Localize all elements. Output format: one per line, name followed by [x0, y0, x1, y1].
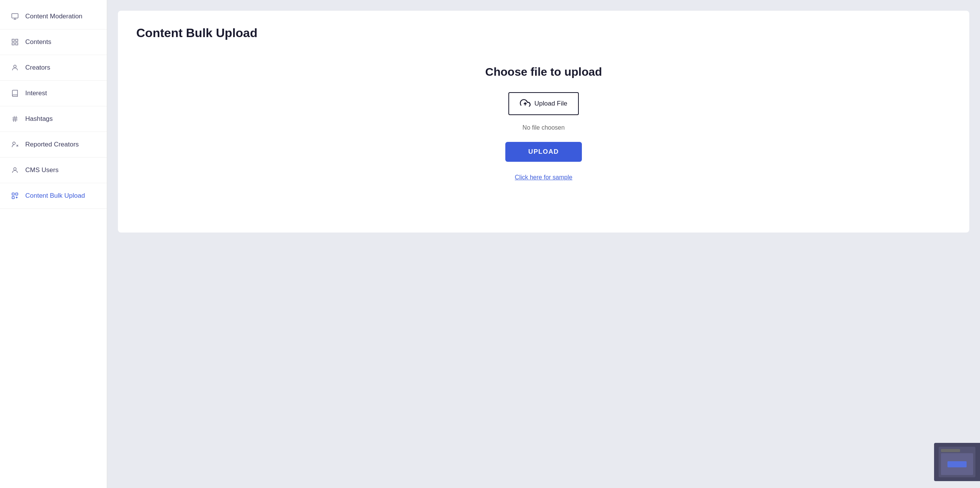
sidebar-item-creators[interactable]: Creators [0, 55, 107, 81]
svg-rect-4 [16, 43, 18, 45]
cloud-upload-icon [520, 98, 531, 109]
book-icon [11, 89, 19, 98]
svg-rect-3 [12, 43, 15, 45]
sidebar-item-content-moderation[interactable]: Content Moderation [0, 4, 107, 29]
upload-button[interactable]: UPLOAD [505, 142, 582, 162]
sidebar-label-content-moderation: Content Moderation [25, 13, 82, 20]
hash-icon [11, 115, 19, 123]
svg-rect-2 [16, 39, 18, 42]
tv-icon [11, 12, 19, 21]
svg-point-13 [14, 168, 16, 170]
sidebar-item-cms-users[interactable]: CMS Users [0, 158, 107, 183]
sample-link-label: Click here for sample [515, 174, 572, 181]
svg-point-10 [13, 142, 15, 145]
content-card: Content Bulk Upload Choose file to uploa… [118, 11, 969, 233]
sidebar: Content Moderation Contents Creators Int… [0, 0, 107, 488]
svg-point-5 [14, 65, 16, 68]
upload-button-label: UPLOAD [528, 148, 559, 155]
sidebar-label-hashtags: Hashtags [25, 115, 53, 123]
no-file-text: No file choosen [523, 124, 565, 131]
page-title: Content Bulk Upload [136, 26, 951, 40]
svg-rect-15 [16, 193, 18, 195]
main-content: Content Bulk Upload Choose file to uploa… [107, 0, 980, 488]
svg-rect-1 [12, 39, 15, 42]
svg-rect-0 [12, 14, 18, 18]
thumbnail-preview [934, 443, 980, 481]
sidebar-label-cms-users: CMS Users [25, 166, 59, 174]
upload-file-label: Upload File [534, 100, 567, 107]
person-x-icon [11, 140, 19, 149]
sidebar-label-content-bulk-upload: Content Bulk Upload [25, 192, 85, 200]
sidebar-label-interest: Interest [25, 89, 47, 97]
sidebar-item-interest[interactable]: Interest [0, 81, 107, 106]
sidebar-label-reported-creators: Reported Creators [25, 141, 79, 148]
sidebar-item-hashtags[interactable]: Hashtags [0, 106, 107, 132]
upload-file-button[interactable]: Upload File [508, 92, 579, 115]
grid-icon [11, 38, 19, 46]
sidebar-item-content-bulk-upload[interactable]: Content Bulk Upload [0, 183, 107, 209]
svg-rect-16 [12, 197, 15, 199]
upload-section: Choose file to upload Upload File No fil… [136, 54, 951, 181]
choose-file-title: Choose file to upload [485, 65, 602, 78]
sample-link[interactable]: Click here for sample [515, 174, 572, 181]
sidebar-label-creators: Creators [25, 64, 50, 72]
bulk-upload-icon [11, 192, 19, 200]
svg-rect-14 [12, 193, 15, 195]
sidebar-item-reported-creators[interactable]: Reported Creators [0, 132, 107, 158]
sidebar-label-contents: Contents [25, 38, 51, 46]
svg-line-9 [16, 116, 16, 122]
cms-person-icon [11, 166, 19, 174]
sidebar-item-contents[interactable]: Contents [0, 29, 107, 55]
person-icon [11, 63, 19, 72]
svg-line-8 [14, 116, 15, 122]
